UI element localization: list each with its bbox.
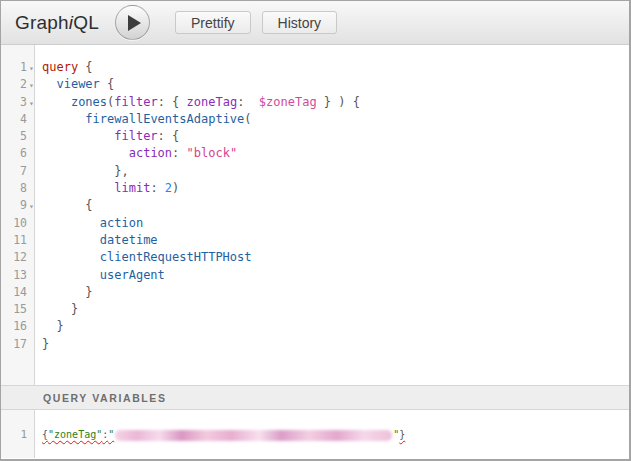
logo-text-post: QL: [73, 12, 99, 33]
code-line[interactable]: 15 }: [1, 302, 629, 319]
logo-text-pre: Graph: [15, 12, 69, 33]
code-line[interactable]: 2▾ viewer {: [1, 77, 629, 94]
code-line-text[interactable]: viewer {: [36, 77, 114, 91]
variables-json-text[interactable]: {"zoneTag":""}: [36, 429, 405, 440]
code-line[interactable]: 14 }: [1, 285, 629, 302]
line-number: 14: [1, 285, 27, 299]
line-number: 9: [1, 198, 27, 212]
code-line[interactable]: 16 }: [1, 319, 629, 336]
code-line-text[interactable]: userAgent: [36, 268, 165, 282]
code-line-text[interactable]: }: [36, 319, 64, 333]
line-number: 13: [1, 268, 27, 282]
line-number: 12: [1, 250, 27, 264]
fold-arrow-icon[interactable]: ▾: [29, 99, 34, 108]
code-line[interactable]: 13 userAgent: [1, 268, 629, 285]
line-number: 10: [1, 216, 27, 230]
code-line-text[interactable]: firewallEventsAdaptive(: [36, 112, 252, 126]
code-line[interactable]: 1▾query {: [1, 60, 629, 77]
line-number: 7: [1, 164, 27, 178]
code-line-text[interactable]: datetime: [36, 233, 158, 247]
code-line[interactable]: 11 datetime: [1, 233, 629, 250]
code-line-text[interactable]: limit: 2): [36, 181, 179, 195]
query-code-lines: 1▾query {2▾ viewer {3▾ zones(filter: { z…: [1, 45, 629, 354]
line-number: 1: [1, 60, 27, 74]
query-editor[interactable]: 1▾query {2▾ viewer {3▾ zones(filter: { z…: [1, 45, 629, 385]
line-number: 6: [1, 146, 27, 160]
redacted-value: [115, 430, 392, 441]
code-line[interactable]: 12 clientRequestHTTPHost: [1, 250, 629, 267]
code-line-text[interactable]: filter: {: [36, 129, 179, 143]
line-number: 3: [1, 95, 27, 109]
code-line[interactable]: 4 firewallEventsAdaptive(: [1, 112, 629, 129]
code-line-text[interactable]: action: [36, 216, 143, 230]
toolbar: GraphiQL Prettify History: [1, 1, 629, 45]
query-variables-title: QUERY VARIABLES: [43, 392, 167, 404]
line-number: 1: [1, 428, 27, 441]
code-line-text[interactable]: }: [36, 337, 49, 351]
code-line[interactable]: 8 limit: 2): [1, 181, 629, 198]
code-line-text[interactable]: {: [36, 198, 93, 212]
fold-arrow-icon[interactable]: ▾: [29, 81, 34, 90]
code-line[interactable]: 7 },: [1, 164, 629, 181]
execute-query-button[interactable]: [115, 5, 150, 40]
prettify-button[interactable]: Prettify: [175, 11, 251, 34]
line-number: 8: [1, 181, 27, 195]
line-number: 16: [1, 319, 27, 333]
line-number: 5: [1, 129, 27, 143]
code-line-text[interactable]: zones(filter: { zoneTag: $zoneTag } ) {: [36, 95, 360, 109]
code-line-text[interactable]: query {: [36, 60, 93, 74]
code-line-text[interactable]: clientRequestHTTPHost: [36, 250, 252, 264]
query-variables-header[interactable]: QUERY VARIABLES: [1, 385, 629, 410]
line-number: 15: [1, 302, 27, 316]
code-line-text[interactable]: },: [36, 164, 129, 178]
code-line[interactable]: 17}: [1, 337, 629, 354]
code-line[interactable]: 5 filter: {: [1, 129, 629, 146]
code-line[interactable]: 3▾ zones(filter: { zoneTag: $zoneTag } )…: [1, 95, 629, 112]
fold-arrow-icon[interactable]: ▾: [29, 64, 34, 73]
history-button[interactable]: History: [262, 11, 338, 34]
code-line[interactable]: 10 action: [1, 216, 629, 233]
line-number: 4: [1, 112, 27, 126]
code-line[interactable]: 9▾ {: [1, 198, 629, 215]
code-line-text[interactable]: }: [36, 285, 93, 299]
code-line-text[interactable]: action: "block": [36, 146, 237, 160]
line-number: 11: [1, 233, 27, 247]
app-logo: GraphiQL: [15, 12, 99, 34]
variables-line[interactable]: 1 {"zoneTag":""}: [1, 428, 629, 442]
graphiql-window: GraphiQL Prettify History 1▾query {2▾ vi…: [0, 0, 631, 461]
code-line-text[interactable]: }: [36, 302, 78, 316]
query-variables-editor[interactable]: 1 {"zoneTag":""}: [1, 410, 629, 458]
line-number: 2: [1, 77, 27, 91]
fold-arrow-icon[interactable]: ▾: [29, 202, 34, 211]
line-number: 17: [1, 337, 27, 351]
play-icon: [128, 15, 141, 31]
code-line[interactable]: 6 action: "block": [1, 146, 629, 163]
